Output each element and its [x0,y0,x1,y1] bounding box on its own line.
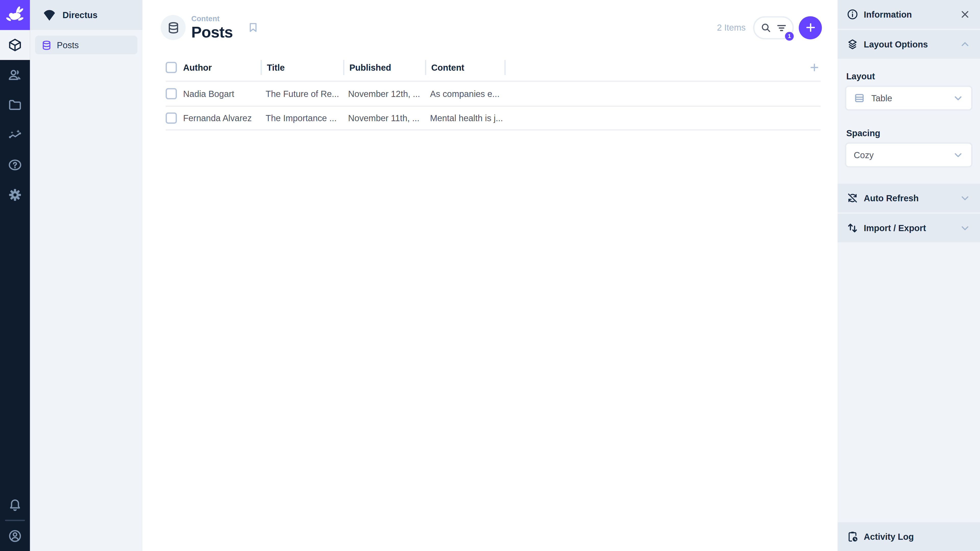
bookmark-button[interactable] [247,21,259,34]
breadcrumb[interactable]: Content [191,14,233,23]
layout-options-content: Layout Table Spacing Cozy [838,60,980,184]
sidebar-drawer: Information Layout Options [838,0,980,551]
column-header-title[interactable]: Title [261,60,343,75]
layers-icon [846,38,859,51]
people-icon [7,67,22,83]
search-icon [760,21,772,33]
panel-section-layout-options[interactable]: Layout Options [838,30,980,60]
module-insights[interactable] [0,120,30,150]
filter-icon [775,21,788,33]
module-bar [0,0,30,551]
layout-select[interactable]: Table [845,86,973,111]
chevron-up-icon [959,38,971,51]
chevron-down-icon [953,92,964,103]
field-gap [845,114,973,123]
panel-section-label: Activity Log [864,532,914,541]
import-export-icon [846,222,859,234]
row-checkbox[interactable] [165,88,177,99]
module-bar-spacer [0,210,30,490]
panel-section-information[interactable]: Information [838,0,980,30]
column-header-published[interactable]: Published [343,60,425,75]
cell-content: As companies e... [425,89,506,99]
spacing-select[interactable]: Cozy [845,142,973,167]
table-row[interactable]: Fernanda Alvarez The Importance ... Nove… [165,106,821,130]
search-button[interactable] [759,21,772,34]
database-icon [167,21,180,34]
insights-icon [7,127,22,143]
row-checkbox-cell [165,113,183,124]
box-icon [7,38,22,52]
filter-badge: 1 [785,32,794,40]
row-checkbox-cell [165,88,183,99]
table-row[interactable]: Nadia Bogart The Future of Re... Novembe… [165,81,821,106]
bookmark-icon [247,21,259,34]
table-layout-icon [854,92,865,103]
panel-filler [838,244,980,521]
navigation-sidebar: Directus Posts [30,0,143,551]
panel-section-auto-refresh[interactable]: Auto Refresh [838,184,980,214]
panel-section-label: Import / Export [864,223,926,233]
cell-title: The Importance ... [261,113,343,123]
title-block: Content Posts [191,14,233,40]
column-header-author[interactable]: Author [183,60,261,75]
help-icon [7,157,22,172]
search-filter-pill: 1 [753,16,794,39]
page-title: Posts [191,24,233,40]
cell-published: November 12th, ... [343,89,425,99]
cell-content: Mental health is j... [425,113,506,123]
items-count: 2 Items [717,22,746,32]
bell-icon [7,497,22,512]
account-button[interactable] [0,521,30,551]
directus-logo-button[interactable] [0,0,30,30]
add-column-button[interactable] [808,61,821,74]
activity-log-icon [846,530,859,543]
close-icon [959,9,970,20]
posts-table: Author Title Published Content Nadia Bog… [165,60,821,130]
cell-published: November 11th, ... [343,113,425,123]
app-window: Directus Posts Content Posts [0,0,980,551]
spacing-field-label: Spacing [846,128,973,138]
table-header-row: Author Title Published Content [165,60,821,75]
panel-section-label: Information [864,10,912,19]
gear-icon [7,187,22,203]
project-name: Directus [62,10,97,20]
layout-select-value: Table [871,93,946,103]
collection-icon-button [161,15,186,40]
panel-section-activity-log[interactable]: Activity Log [838,521,980,551]
notifications-button[interactable] [0,490,30,520]
project-header[interactable]: Directus [30,0,143,30]
folder-icon [7,97,22,113]
chevron-down-icon [959,192,971,204]
spacing-select-value: Cozy [854,150,946,160]
row-checkbox[interactable] [165,113,177,124]
account-circle-icon [7,529,22,544]
module-help[interactable] [0,150,30,180]
panel-section-import-export[interactable]: Import / Export [838,214,980,244]
column-header-content[interactable]: Content [425,60,506,75]
cell-author: Nadia Bogart [183,89,261,99]
chevron-down-icon [953,149,964,160]
sync-disabled-icon [846,192,859,204]
select-all-checkbox[interactable] [165,62,177,73]
project-logo-icon [43,9,56,21]
chevron-down-icon [959,222,971,234]
module-users[interactable] [0,60,30,90]
sidebar-item-posts[interactable]: Posts [35,36,138,54]
panel-section-label: Layout Options [864,39,928,49]
cell-author: Fernanda Alvarez [183,113,261,123]
database-icon [41,40,52,51]
close-panel-button[interactable] [959,8,971,21]
plus-icon [804,21,817,34]
module-settings[interactable] [0,180,30,210]
plus-icon [809,62,820,73]
rabbit-logo-icon [4,4,25,25]
module-content[interactable] [0,30,30,60]
create-item-button[interactable] [799,16,822,39]
filter-button[interactable] [775,21,788,34]
module-files[interactable] [0,90,30,120]
header-checkbox-cell [165,60,183,75]
info-icon [846,8,859,21]
layout-field-label: Layout [846,71,973,81]
cell-title: The Future of Re... [261,89,343,99]
main-content: Content Posts 2 Items [142,0,837,551]
